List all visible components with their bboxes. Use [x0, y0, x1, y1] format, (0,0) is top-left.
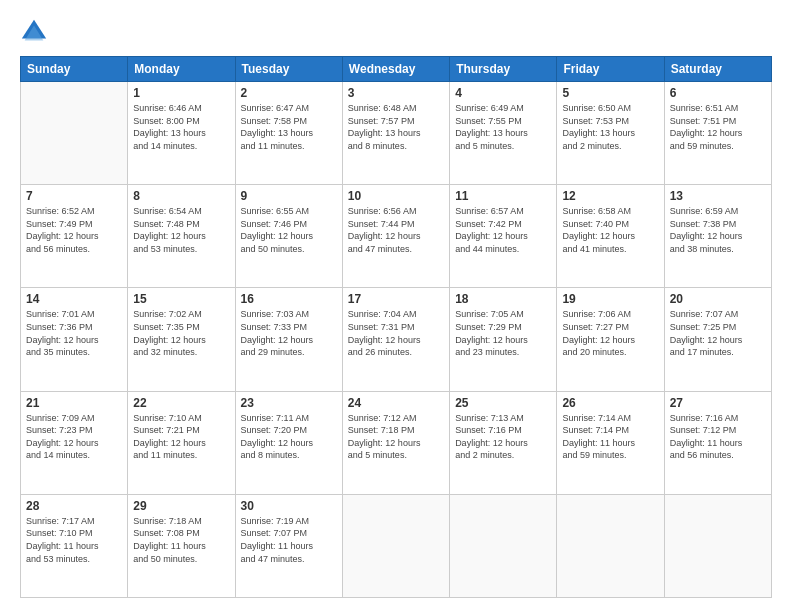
day-cell: 10Sunrise: 6:56 AM Sunset: 7:44 PM Dayli… — [342, 185, 449, 288]
day-cell: 14Sunrise: 7:01 AM Sunset: 7:36 PM Dayli… — [21, 288, 128, 391]
calendar-header: SundayMondayTuesdayWednesdayThursdayFrid… — [21, 57, 772, 82]
logo — [20, 18, 52, 46]
day-cell: 21Sunrise: 7:09 AM Sunset: 7:23 PM Dayli… — [21, 391, 128, 494]
day-number: 8 — [133, 189, 229, 203]
day-info: Sunrise: 7:11 AM Sunset: 7:20 PM Dayligh… — [241, 412, 337, 462]
day-cell: 11Sunrise: 6:57 AM Sunset: 7:42 PM Dayli… — [450, 185, 557, 288]
day-info: Sunrise: 7:14 AM Sunset: 7:14 PM Dayligh… — [562, 412, 658, 462]
day-number: 21 — [26, 396, 122, 410]
calendar-table: SundayMondayTuesdayWednesdayThursdayFrid… — [20, 56, 772, 598]
day-info: Sunrise: 7:03 AM Sunset: 7:33 PM Dayligh… — [241, 308, 337, 358]
day-info: Sunrise: 7:19 AM Sunset: 7:07 PM Dayligh… — [241, 515, 337, 565]
day-info: Sunrise: 6:54 AM Sunset: 7:48 PM Dayligh… — [133, 205, 229, 255]
day-number: 30 — [241, 499, 337, 513]
logo-icon — [20, 18, 48, 46]
col-header-friday: Friday — [557, 57, 664, 82]
day-number: 12 — [562, 189, 658, 203]
day-info: Sunrise: 7:06 AM Sunset: 7:27 PM Dayligh… — [562, 308, 658, 358]
day-number: 4 — [455, 86, 551, 100]
day-cell: 19Sunrise: 7:06 AM Sunset: 7:27 PM Dayli… — [557, 288, 664, 391]
day-cell: 7Sunrise: 6:52 AM Sunset: 7:49 PM Daylig… — [21, 185, 128, 288]
day-cell: 8Sunrise: 6:54 AM Sunset: 7:48 PM Daylig… — [128, 185, 235, 288]
day-info: Sunrise: 7:02 AM Sunset: 7:35 PM Dayligh… — [133, 308, 229, 358]
day-cell: 4Sunrise: 6:49 AM Sunset: 7:55 PM Daylig… — [450, 82, 557, 185]
day-number: 25 — [455, 396, 551, 410]
day-cell: 26Sunrise: 7:14 AM Sunset: 7:14 PM Dayli… — [557, 391, 664, 494]
day-cell: 25Sunrise: 7:13 AM Sunset: 7:16 PM Dayli… — [450, 391, 557, 494]
day-number: 23 — [241, 396, 337, 410]
day-cell: 6Sunrise: 6:51 AM Sunset: 7:51 PM Daylig… — [664, 82, 771, 185]
day-number: 29 — [133, 499, 229, 513]
day-info: Sunrise: 7:09 AM Sunset: 7:23 PM Dayligh… — [26, 412, 122, 462]
day-info: Sunrise: 7:18 AM Sunset: 7:08 PM Dayligh… — [133, 515, 229, 565]
col-header-monday: Monday — [128, 57, 235, 82]
day-cell: 16Sunrise: 7:03 AM Sunset: 7:33 PM Dayli… — [235, 288, 342, 391]
day-info: Sunrise: 7:05 AM Sunset: 7:29 PM Dayligh… — [455, 308, 551, 358]
day-number: 6 — [670, 86, 766, 100]
day-number: 19 — [562, 292, 658, 306]
header — [20, 18, 772, 46]
day-info: Sunrise: 6:50 AM Sunset: 7:53 PM Dayligh… — [562, 102, 658, 152]
day-cell: 5Sunrise: 6:50 AM Sunset: 7:53 PM Daylig… — [557, 82, 664, 185]
day-info: Sunrise: 7:17 AM Sunset: 7:10 PM Dayligh… — [26, 515, 122, 565]
week-row-3: 21Sunrise: 7:09 AM Sunset: 7:23 PM Dayli… — [21, 391, 772, 494]
day-info: Sunrise: 6:58 AM Sunset: 7:40 PM Dayligh… — [562, 205, 658, 255]
day-info: Sunrise: 6:46 AM Sunset: 8:00 PM Dayligh… — [133, 102, 229, 152]
col-header-wednesday: Wednesday — [342, 57, 449, 82]
day-cell: 27Sunrise: 7:16 AM Sunset: 7:12 PM Dayli… — [664, 391, 771, 494]
day-cell: 3Sunrise: 6:48 AM Sunset: 7:57 PM Daylig… — [342, 82, 449, 185]
day-number: 7 — [26, 189, 122, 203]
week-row-4: 28Sunrise: 7:17 AM Sunset: 7:10 PM Dayli… — [21, 494, 772, 597]
page: SundayMondayTuesdayWednesdayThursdayFrid… — [0, 0, 792, 612]
col-header-thursday: Thursday — [450, 57, 557, 82]
day-info: Sunrise: 6:47 AM Sunset: 7:58 PM Dayligh… — [241, 102, 337, 152]
col-header-tuesday: Tuesday — [235, 57, 342, 82]
calendar-body: 1Sunrise: 6:46 AM Sunset: 8:00 PM Daylig… — [21, 82, 772, 598]
day-number: 14 — [26, 292, 122, 306]
day-cell — [21, 82, 128, 185]
day-number: 1 — [133, 86, 229, 100]
day-info: Sunrise: 6:55 AM Sunset: 7:46 PM Dayligh… — [241, 205, 337, 255]
day-cell: 28Sunrise: 7:17 AM Sunset: 7:10 PM Dayli… — [21, 494, 128, 597]
day-info: Sunrise: 7:12 AM Sunset: 7:18 PM Dayligh… — [348, 412, 444, 462]
day-number: 2 — [241, 86, 337, 100]
week-row-0: 1Sunrise: 6:46 AM Sunset: 8:00 PM Daylig… — [21, 82, 772, 185]
day-cell: 23Sunrise: 7:11 AM Sunset: 7:20 PM Dayli… — [235, 391, 342, 494]
day-info: Sunrise: 6:57 AM Sunset: 7:42 PM Dayligh… — [455, 205, 551, 255]
day-cell: 30Sunrise: 7:19 AM Sunset: 7:07 PM Dayli… — [235, 494, 342, 597]
day-number: 17 — [348, 292, 444, 306]
day-cell: 12Sunrise: 6:58 AM Sunset: 7:40 PM Dayli… — [557, 185, 664, 288]
day-number: 13 — [670, 189, 766, 203]
day-number: 27 — [670, 396, 766, 410]
day-info: Sunrise: 7:04 AM Sunset: 7:31 PM Dayligh… — [348, 308, 444, 358]
day-number: 5 — [562, 86, 658, 100]
day-cell: 13Sunrise: 6:59 AM Sunset: 7:38 PM Dayli… — [664, 185, 771, 288]
day-info: Sunrise: 6:52 AM Sunset: 7:49 PM Dayligh… — [26, 205, 122, 255]
day-cell — [664, 494, 771, 597]
day-info: Sunrise: 7:13 AM Sunset: 7:16 PM Dayligh… — [455, 412, 551, 462]
day-cell: 24Sunrise: 7:12 AM Sunset: 7:18 PM Dayli… — [342, 391, 449, 494]
day-number: 24 — [348, 396, 444, 410]
day-cell — [557, 494, 664, 597]
day-cell: 20Sunrise: 7:07 AM Sunset: 7:25 PM Dayli… — [664, 288, 771, 391]
day-cell — [450, 494, 557, 597]
day-cell: 15Sunrise: 7:02 AM Sunset: 7:35 PM Dayli… — [128, 288, 235, 391]
day-cell: 18Sunrise: 7:05 AM Sunset: 7:29 PM Dayli… — [450, 288, 557, 391]
day-number: 10 — [348, 189, 444, 203]
day-cell: 9Sunrise: 6:55 AM Sunset: 7:46 PM Daylig… — [235, 185, 342, 288]
day-number: 26 — [562, 396, 658, 410]
day-info: Sunrise: 7:07 AM Sunset: 7:25 PM Dayligh… — [670, 308, 766, 358]
day-info: Sunrise: 7:16 AM Sunset: 7:12 PM Dayligh… — [670, 412, 766, 462]
day-number: 16 — [241, 292, 337, 306]
day-number: 15 — [133, 292, 229, 306]
day-info: Sunrise: 6:59 AM Sunset: 7:38 PM Dayligh… — [670, 205, 766, 255]
day-number: 20 — [670, 292, 766, 306]
day-cell: 2Sunrise: 6:47 AM Sunset: 7:58 PM Daylig… — [235, 82, 342, 185]
day-info: Sunrise: 6:56 AM Sunset: 7:44 PM Dayligh… — [348, 205, 444, 255]
day-info: Sunrise: 6:48 AM Sunset: 7:57 PM Dayligh… — [348, 102, 444, 152]
week-row-2: 14Sunrise: 7:01 AM Sunset: 7:36 PM Dayli… — [21, 288, 772, 391]
day-cell: 1Sunrise: 6:46 AM Sunset: 8:00 PM Daylig… — [128, 82, 235, 185]
day-info: Sunrise: 7:10 AM Sunset: 7:21 PM Dayligh… — [133, 412, 229, 462]
day-number: 22 — [133, 396, 229, 410]
day-number: 3 — [348, 86, 444, 100]
